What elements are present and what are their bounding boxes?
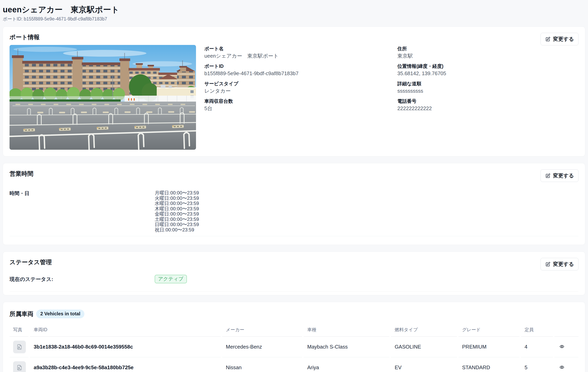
page-header: ueenシェアカー 東京駅ポート ポートID: b155f889-5e9e-46… [3,5,585,22]
vehicles-card: 所属車両 2 Vehicles in total 写真 車両ID メーカー 車種… [3,302,585,372]
vehicle-count-badge: 2 Vehicles in total [36,310,84,318]
vehicles-header: 所属車両 2 Vehicles in total [10,310,578,318]
vehicle-maker: Nissan [222,357,302,372]
parking-lot-illustration [10,45,196,150]
vehicle-capacity: 5 [521,357,553,372]
field-location: 位置情報(緯度・経度) 35.68142, 139.76705 [397,63,588,76]
field-label: 電話番号 [397,98,588,104]
vehicle-fuel: GASOLINE [391,337,457,357]
vehicles-title: 所属車両 [10,310,33,318]
field-directions: 詳細な道順 ssssssssss [397,81,588,94]
field-address: 住所 東京駅 [397,46,588,59]
edit-icon [545,173,551,178]
vehicle-capacity: 4 [521,337,553,357]
vehicle-model: Ariya [304,357,389,372]
vehicle-row: 3b1e1838-2a18-46b0-8c69-0014e359558c Mer… [10,337,578,357]
field-value: ueenシェアカー 東京駅ポート [204,53,397,59]
vehicle-fuel: EV [391,357,457,372]
hours-friday: 金曜日:00:00〜23:59 [155,211,199,217]
edit-icon [545,36,551,42]
port-info-fields: ポート名 ueenシェアカー 東京駅ポート ポートID b155f889-5e9… [204,45,588,150]
hours-holiday: 祝日:00:00〜23:59 [155,227,199,233]
file-image-icon [16,344,23,350]
vehicle-model: Maybach S-Class [304,337,389,357]
field-port-name: ポート名 ueenシェアカー 東京駅ポート [204,46,397,59]
col-header-vehicle-id: 車両ID [30,323,221,337]
vehicle-maker: Mercedes-Benz [222,337,302,357]
col-header-actions [555,323,578,337]
vehicle-grade: STANDARD [459,357,519,372]
field-phone: 電話番号 222222222222 [397,98,588,111]
field-capacity: 車両収容台数 5台 [204,98,397,111]
field-label: 詳細な道順 [397,81,588,87]
field-value: 222222222222 [397,105,588,111]
field-port-id: ポートID b155f889-5e9e-4671-9bdf-c9af8b7183… [204,63,397,76]
eye-icon [559,365,565,370]
business-hours-title: 営業時間 [10,170,578,177]
hours-wednesday: 水曜日:00:00〜23:59 [155,201,199,206]
status-management-title: ステータス管理 [10,259,578,266]
status-badge: アクティブ [155,275,187,283]
port-info-card: ポート情報 変更する [3,26,585,156]
page-title: ueenシェアカー 東京駅ポート [3,5,585,14]
edit-icon [545,262,551,267]
port-photo [10,45,196,150]
vehicle-row: a9a3b28b-c4e3-4ee9-9c5e-58a180bb725e Nis… [10,357,578,372]
card-divider [10,291,578,292]
field-value: ssssssssss [397,88,588,94]
hours-tuesday: 火曜日:00:00〜23:59 [155,196,199,201]
hours-saturday: 土曜日:00:00〜23:59 [155,217,199,222]
status-row: 現在のステータス: アクティブ [10,275,578,283]
col-header-model: 車種 [304,323,389,337]
field-value: 5台 [204,105,397,111]
hours-thursday: 木曜日:00:00〜23:59 [155,206,199,212]
vehicles-table-header-row: 写真 車両ID メーカー 車種 燃料タイプ グレード 定員 [10,323,578,337]
hours-list: 月曜日:00:00〜23:59 火曜日:00:00〜23:59 水曜日:00:0… [155,190,199,232]
current-status-label: 現在のステータス: [10,276,155,282]
col-header-photo: 写真 [10,323,28,337]
view-vehicle-button[interactable] [558,343,566,350]
col-header-grade: グレード [459,323,519,337]
view-vehicle-button[interactable] [558,364,566,370]
vehicle-grade: PREMIUM [459,337,519,357]
vehicle-id: a9a3b28b-c4e3-4ee9-9c5e-58a180bb725e [30,357,221,372]
col-header-maker: メーカー [222,323,302,337]
vehicle-photo-placeholder [13,340,26,353]
hours-label: 時間・日 [10,190,155,196]
vehicle-id: 3b1e1838-2a18-46b0-8c69-0014e359558c [30,337,221,357]
vehicle-photo-placeholder [13,361,26,372]
field-value: b155f889-5e9e-4671-9bdf-c9af8b7183b7 [204,70,397,76]
field-label: 住所 [397,46,588,52]
page-subtitle: ポートID: b155f889-5e9e-4671-9bdf-c9af8b718… [3,16,585,22]
field-value: 35.68142, 139.76705 [397,70,588,76]
field-label: サービスタイプ [204,81,397,87]
port-info-title: ポート情報 [10,33,578,41]
field-value: 東京駅 [397,53,588,59]
hours-row: 時間・日 月曜日:00:00〜23:59 火曜日:00:00〜23:59 水曜日… [10,190,578,232]
port-info-edit-button[interactable]: 変更する [541,33,578,45]
hours-sunday: 日曜日:00:00〜23:59 [155,222,199,227]
field-service-type: サービスタイプ レンタカー [204,81,397,94]
hours-monday: 月曜日:00:00〜23:59 [155,190,199,196]
field-label: ポートID [204,63,397,69]
field-label: 車両収容台数 [204,98,397,104]
vehicles-table: 写真 車両ID メーカー 車種 燃料タイプ グレード 定員 [8,323,580,372]
file-image-icon [16,364,23,371]
field-label: 位置情報(緯度・経度) [397,63,588,69]
eye-icon [559,344,565,349]
col-header-capacity: 定員 [521,323,553,337]
status-edit-button[interactable]: 変更する [541,258,578,270]
field-label: ポート名 [204,46,397,52]
col-header-fuel: 燃料タイプ [391,323,457,337]
field-value: レンタカー [204,88,397,94]
status-management-card: ステータス管理 変更する 現在のステータス: アクティブ [3,252,585,295]
business-hours-card: 営業時間 変更する 時間・日 月曜日:00:00〜23:59 火曜日:00:00… [3,163,585,245]
business-hours-edit-button[interactable]: 変更する [541,169,578,182]
